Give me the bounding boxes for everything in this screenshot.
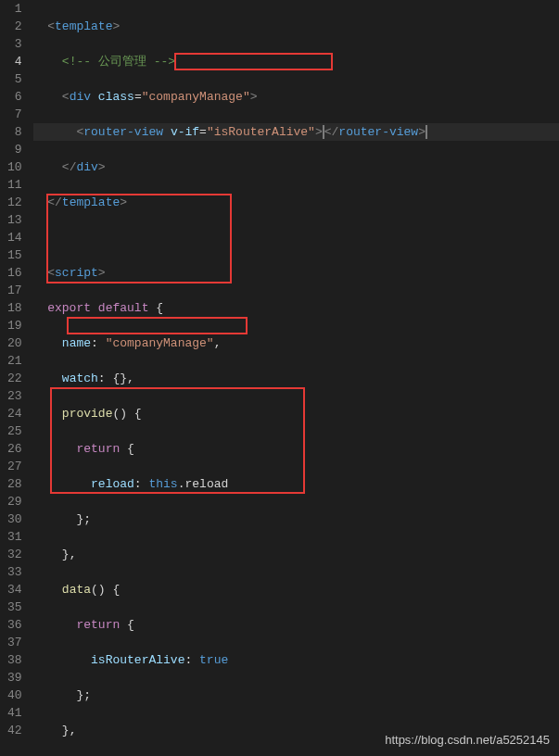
code-line[interactable]: data() { xyxy=(33,581,559,598)
line-number: 22 xyxy=(7,370,22,387)
code-line[interactable]: </div> xyxy=(33,158,559,176)
code-line[interactable]: name: "companyManage", xyxy=(33,334,559,352)
code-line[interactable]: watch: {}, xyxy=(33,370,559,387)
code-line[interactable]: return { xyxy=(33,616,559,634)
line-number: 29 xyxy=(7,493,22,510)
line-number: 11 xyxy=(7,176,22,194)
cursor xyxy=(426,125,427,139)
line-number: 34 xyxy=(7,581,22,598)
line-number: 2 xyxy=(7,18,22,35)
code-line[interactable]: <script> xyxy=(33,264,559,282)
code-line[interactable]: }, xyxy=(33,546,559,563)
watermark-text: https://blog.csdn.net/a5252145 xyxy=(385,733,550,747)
code-line[interactable]: </template> xyxy=(33,194,559,211)
line-number: 14 xyxy=(7,229,22,246)
code-line[interactable] xyxy=(33,229,559,246)
line-number: 37 xyxy=(7,634,22,651)
line-number: 18 xyxy=(7,299,22,317)
line-number: 35 xyxy=(7,598,22,616)
line-number: 25 xyxy=(7,422,22,440)
code-line[interactable]: }; xyxy=(33,687,559,704)
line-number: 20 xyxy=(7,334,22,352)
line-number: 1 xyxy=(7,0,22,18)
line-number: 39 xyxy=(7,669,22,687)
line-number: 21 xyxy=(7,352,22,370)
code-line[interactable]: <div class="companyManage"> xyxy=(33,88,559,106)
line-number: 6 xyxy=(7,88,22,106)
code-line-current[interactable]: <router-view v-if="isRouterAlive"></rout… xyxy=(33,123,559,141)
code-line[interactable]: provide() { xyxy=(33,405,559,422)
line-number: 9 xyxy=(7,141,22,158)
line-number: 8 xyxy=(7,123,22,141)
code-line[interactable]: <!-- 公司管理 --> xyxy=(33,53,559,70)
line-number: 27 xyxy=(7,458,22,475)
line-number: 19 xyxy=(7,317,22,334)
line-number: 28 xyxy=(7,475,22,493)
line-number: 7 xyxy=(7,106,22,123)
line-number: 40 xyxy=(7,687,22,704)
line-number: 31 xyxy=(7,528,22,546)
line-number: 3 xyxy=(7,35,22,53)
highlight-box xyxy=(67,317,248,334)
line-number: 10 xyxy=(7,158,22,176)
line-number: 33 xyxy=(7,563,22,581)
code-line[interactable]: }; xyxy=(33,510,559,528)
line-number: 42 xyxy=(7,722,22,739)
line-number: 16 xyxy=(7,264,22,282)
code-line[interactable]: reload: this.reload xyxy=(33,475,559,493)
line-number: 24 xyxy=(7,405,22,422)
code-editor[interactable]: 1234567891011121314151617181920212223242… xyxy=(0,0,559,756)
line-number: 12 xyxy=(7,194,22,211)
line-number: 36 xyxy=(7,616,22,634)
code-line[interactable]: export default { xyxy=(33,299,559,317)
line-number: 4 xyxy=(7,53,22,70)
line-number: 13 xyxy=(7,211,22,229)
code-line[interactable]: return { xyxy=(33,440,559,458)
line-number: 41 xyxy=(7,704,22,722)
line-number-gutter: 1234567891011121314151617181920212223242… xyxy=(0,0,33,756)
line-number: 30 xyxy=(7,510,22,528)
line-number: 17 xyxy=(7,282,22,299)
line-number: 15 xyxy=(7,246,22,264)
line-number: 5 xyxy=(7,70,22,88)
line-number: 38 xyxy=(7,651,22,669)
line-number: 23 xyxy=(7,387,22,405)
code-area[interactable]: <template> <!-- 公司管理 --> <div class="com… xyxy=(33,0,559,756)
line-number: 32 xyxy=(7,546,22,563)
line-number: 26 xyxy=(7,440,22,458)
code-line[interactable]: <template> xyxy=(33,18,559,35)
code-line[interactable]: isRouterAlive: true xyxy=(33,651,559,669)
